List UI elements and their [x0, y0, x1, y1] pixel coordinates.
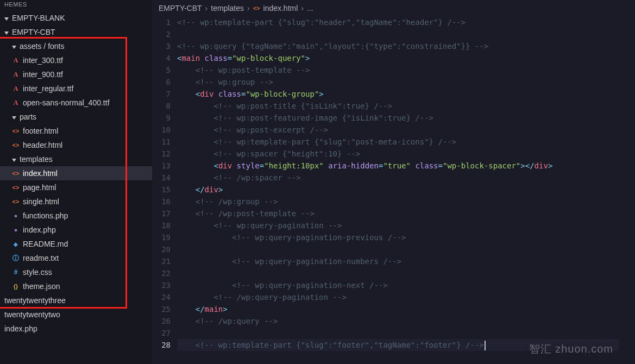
- file-label: theme.json: [23, 282, 60, 291]
- php-icon: [12, 226, 20, 234]
- chevron-down-icon: [4, 28, 9, 36]
- file-readme-txt[interactable]: readme.txt: [0, 251, 152, 265]
- file-label: inter_300.ttf: [23, 56, 63, 65]
- folder-empty-cbt[interactable]: EMPTY-CBT: [0, 25, 152, 39]
- code-line[interactable]: <div style="height:10px" aria-hidden="tr…: [177, 160, 635, 172]
- code-line[interactable]: <!-- wp:template-part {"slug":"post-meta…: [177, 136, 635, 148]
- code-line[interactable]: </div>: [177, 184, 635, 196]
- font-icon: [12, 71, 20, 78]
- file-style-css[interactable]: style.css: [0, 265, 152, 279]
- html-icon: [12, 141, 20, 149]
- folder-label: twentytwentythree: [4, 296, 66, 305]
- code-line[interactable]: <!-- wp:post-featured-image {"isLink":tr…: [177, 112, 635, 124]
- file-single-html[interactable]: single.html: [0, 194, 152, 209]
- code-line[interactable]: <!-- wp:group -->: [177, 76, 635, 88]
- php-icon: [12, 212, 20, 219]
- chevron-down-icon: [12, 112, 16, 121]
- file-label: README.md: [23, 240, 68, 248]
- folder-twentytwentytwo[interactable]: twentytwentytwo: [0, 307, 152, 322]
- code-line[interactable]: <!-- wp:query-pagination -->: [177, 219, 635, 231]
- code-line[interactable]: <!-- wp:post-title {"isLink":true} /-->: [177, 100, 635, 112]
- code-line[interactable]: <!-- /wp:group -->: [177, 196, 635, 208]
- code-line[interactable]: <main class="wp-block-query">: [177, 52, 635, 64]
- code-line[interactable]: [177, 327, 635, 339]
- code-line[interactable]: </main>: [177, 303, 635, 315]
- file-functions-php[interactable]: functions.php: [0, 209, 152, 223]
- file-index-php[interactable]: index.php: [0, 223, 152, 237]
- code-line[interactable]: <!-- /wp:spacer -->: [177, 172, 635, 184]
- file-open-sans[interactable]: open-sans-normal_400.ttf: [0, 96, 152, 110]
- code-line[interactable]: <!-- /wp:query-pagination -->: [177, 291, 635, 303]
- file-label: header.html: [23, 141, 62, 149]
- code-area[interactable]: 1234567891011121314151617181920212223242…: [152, 16, 635, 364]
- file-theme-json[interactable]: theme.json: [0, 279, 152, 293]
- breadcrumb-item[interactable]: EMPTY-CBT: [159, 4, 202, 12]
- html-icon: [12, 170, 20, 177]
- font-icon: [12, 57, 20, 64]
- chevron-right-icon: ›: [247, 4, 250, 12]
- file-label: style.css: [23, 268, 52, 277]
- folder-empty-blank[interactable]: EMPTY-BLANK: [0, 11, 152, 25]
- line-number-gutter: 1234567891011121314151617181920212223242…: [152, 16, 177, 364]
- json-icon: [12, 283, 20, 290]
- file-readme-md[interactable]: README.md: [0, 237, 152, 251]
- code-line[interactable]: <!-- wp:template-part {"slug":"header","…: [177, 16, 635, 28]
- folder-templates[interactable]: templates: [0, 152, 152, 166]
- html-icon: [12, 127, 20, 135]
- code-line[interactable]: <!-- wp:spacer {"height":10} -->: [177, 148, 635, 160]
- html-icon: [12, 198, 20, 205]
- breadcrumb-item[interactable]: templates: [211, 4, 244, 12]
- html-icon: [12, 184, 20, 191]
- folder-label: parts: [20, 112, 36, 121]
- font-icon: [12, 85, 20, 92]
- code-editor: EMPTY-CBT › templates › index.html › ...…: [152, 0, 635, 364]
- file-index-html[interactable]: index.html: [0, 166, 152, 180]
- folder-label: assets / fonts: [20, 42, 64, 51]
- font-icon: [12, 99, 20, 106]
- file-label: open-sans-normal_400.ttf: [23, 98, 110, 107]
- code-line[interactable]: <!-- wp:query-pagination-next /-->: [177, 279, 635, 291]
- file-label: inter_regular.ttf: [23, 84, 73, 93]
- folder-assets-fonts[interactable]: assets / fonts: [0, 39, 152, 53]
- file-label: index.html: [23, 169, 58, 178]
- file-label: footer.html: [23, 127, 58, 135]
- code-line[interactable]: <!-- wp:query-pagination-previous /-->: [177, 231, 635, 243]
- folder-parts[interactable]: parts: [0, 110, 152, 124]
- markdown-icon: [12, 240, 20, 248]
- code-line[interactable]: <!-- /wp:post-template -->: [177, 208, 635, 219]
- folder-label: twentytwentytwo: [4, 310, 60, 319]
- folder-label: templates: [20, 155, 53, 164]
- chevron-down-icon: [4, 14, 9, 22]
- file-header-html[interactable]: header.html: [0, 138, 152, 152]
- code-line[interactable]: <!-- wp:query {"tagName":"main","layout"…: [177, 40, 635, 52]
- file-page-html[interactable]: page.html: [0, 180, 152, 194]
- code-line[interactable]: <!-- wp:query-pagination-numbers /-->: [177, 255, 635, 267]
- code-line[interactable]: [177, 243, 635, 255]
- code-line[interactable]: <!-- wp:template-part {"slug":"footer","…: [177, 339, 619, 351]
- code-line[interactable]: <!-- wp:post-template -->: [177, 64, 635, 76]
- file-label: index.php: [23, 225, 56, 234]
- file-label: readme.txt: [23, 254, 59, 262]
- folder-twentytwentythree[interactable]: twentytwentythree: [0, 293, 152, 307]
- folder-label: EMPTY-BLANK: [12, 14, 65, 22]
- file-label: index.php: [4, 324, 37, 333]
- code-line[interactable]: <div class="wp-block-group">: [177, 88, 635, 100]
- chevron-right-icon: ›: [205, 4, 208, 12]
- folder-label: EMPTY-CBT: [12, 28, 55, 36]
- code-line[interactable]: [177, 267, 635, 279]
- file-inter-regular[interactable]: inter_regular.ttf: [0, 81, 152, 96]
- code-line[interactable]: [177, 28, 635, 40]
- css-icon: [12, 268, 20, 276]
- file-inter-900[interactable]: inter_900.ttf: [0, 67, 152, 81]
- breadcrumb[interactable]: EMPTY-CBT › templates › index.html › ...: [152, 0, 635, 16]
- file-inter-300[interactable]: inter_300.ttf: [0, 53, 152, 67]
- file-footer-html[interactable]: footer.html: [0, 124, 152, 138]
- html-icon: [253, 5, 260, 11]
- chevron-down-icon: [12, 42, 16, 51]
- code-line[interactable]: <!-- wp:post-excerpt /-->: [177, 124, 635, 136]
- breadcrumb-item: ...: [307, 4, 313, 12]
- code-lines[interactable]: <!-- wp:template-part {"slug":"header","…: [177, 16, 635, 364]
- file-root-index-php[interactable]: index.php: [0, 322, 152, 336]
- breadcrumb-item[interactable]: index.html: [263, 4, 298, 12]
- code-line[interactable]: <!-- /wp:query -->: [177, 315, 635, 327]
